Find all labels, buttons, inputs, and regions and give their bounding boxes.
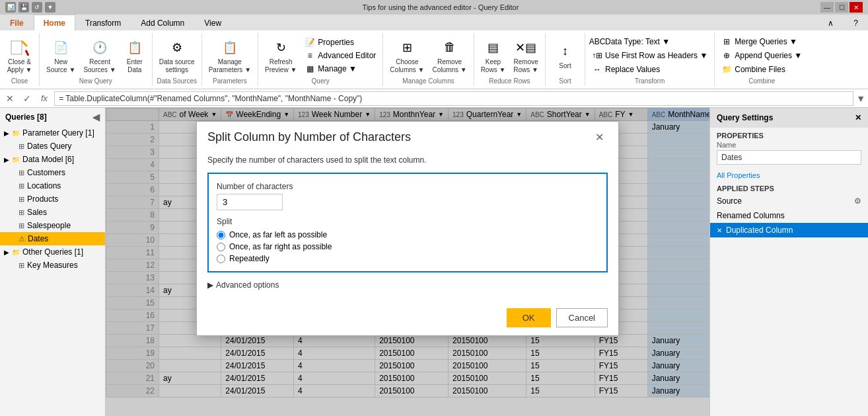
undo-icon[interactable]: ↺ bbox=[32, 2, 42, 13]
group-parameter-query[interactable]: ▶ 📁 Parameter Query [1] bbox=[0, 126, 105, 140]
ribbon-group-transform: ABC Data Type: Text ▼ ↑⊞ Use First Row a… bbox=[585, 33, 715, 86]
formula-input[interactable] bbox=[54, 91, 853, 106]
remove-rows-icon: ✕▤ bbox=[515, 37, 536, 58]
radio-option-left[interactable]: Once, as far left as possible bbox=[217, 230, 598, 239]
tab-add-column[interactable]: Add Column bbox=[131, 15, 194, 30]
query-settings-header: Query Settings ✕ bbox=[710, 108, 868, 128]
key-measures-label: Key Measures bbox=[27, 261, 78, 270]
data-grid-area: ABC of Week ▼ 📅 WeekEnding ▼ bbox=[106, 108, 709, 416]
recent-sources-label: RecentSources ▼ bbox=[83, 58, 116, 74]
sidebar-collapse-button[interactable]: ◀ bbox=[92, 112, 100, 122]
num-chars-input-row bbox=[217, 194, 598, 210]
num-chars-input[interactable] bbox=[217, 194, 283, 210]
ribbon-group-sort: ↕ Sort Sort bbox=[546, 33, 585, 86]
manage-icon: ▦ bbox=[305, 63, 315, 74]
dropdown-icon[interactable]: ▼ bbox=[45, 2, 55, 13]
append-queries-button[interactable]: ⊕ Append Queries ▼ bbox=[719, 50, 805, 62]
advanced-options-label: Advanced options bbox=[216, 280, 279, 290]
step-source[interactable]: Source ⚙ bbox=[710, 194, 868, 208]
close-button[interactable]: ✕ bbox=[850, 2, 863, 13]
radio-left-input[interactable] bbox=[217, 231, 225, 239]
radio-option-right[interactable]: Once, as far right as possible bbox=[217, 242, 598, 251]
svg-rect-0 bbox=[11, 41, 22, 54]
ribbon-help[interactable]: ? bbox=[844, 15, 868, 30]
enter-data-button[interactable]: 📋 EnterData bbox=[122, 36, 148, 75]
table-icon: ⊞ bbox=[18, 261, 24, 270]
group-data-model[interactable]: ▶ 📁 Data Model [6] bbox=[0, 153, 105, 166]
group-other-queries[interactable]: ▶ 📁 Other Queries [1] bbox=[0, 245, 105, 259]
merge-label: Merge Queries ▼ bbox=[735, 37, 797, 46]
step-duplicated-column[interactable]: ✕ Duplicated Column bbox=[710, 223, 868, 237]
sort-button[interactable]: ↕ Sort bbox=[552, 40, 579, 71]
group-arrow-icon: ▶ bbox=[4, 156, 9, 163]
close-apply-label: Close &Apply ▼ bbox=[7, 58, 32, 74]
manage-parameters-button[interactable]: 📋 ManageParameters ▼ bbox=[206, 36, 254, 75]
ok-button[interactable]: OK bbox=[507, 308, 551, 327]
keep-rows-button[interactable]: ▤ KeepRows ▼ bbox=[478, 36, 509, 75]
sidebar-item-products[interactable]: ⊞ Products bbox=[0, 192, 105, 206]
sidebar-item-customers[interactable]: ⊞ Customers bbox=[0, 166, 105, 179]
combine-label: Combine Files bbox=[735, 65, 785, 74]
keep-rows-label: KeepRows ▼ bbox=[481, 58, 506, 74]
remove-columns-button[interactable]: 🗑 RemoveColumns ▼ bbox=[430, 36, 470, 75]
keep-rows-icon: ▤ bbox=[482, 37, 503, 58]
sidebar-item-key-measures[interactable]: ⊞ Key Measures bbox=[0, 259, 105, 272]
advanced-editor-label: Advanced Editor bbox=[318, 51, 376, 60]
manage-button[interactable]: ▦ Manage ▼ bbox=[302, 63, 379, 75]
sidebar-item-dates[interactable]: ⚠ Dates bbox=[0, 232, 105, 245]
radio-group: Once, as far left as possible Once, as f… bbox=[217, 230, 598, 263]
tab-home[interactable]: Home bbox=[34, 15, 75, 30]
advanced-editor-button[interactable]: ≡ Advanced Editor bbox=[302, 50, 379, 62]
data-type-icon: ABC bbox=[592, 36, 602, 47]
sidebar-item-salespeople[interactable]: ⊞ Salespeople bbox=[0, 219, 105, 232]
first-row-headers-button[interactable]: ↑⊞ Use First Row as Headers ▼ bbox=[589, 50, 710, 62]
properties-button[interactable]: 📝 Properties bbox=[302, 36, 379, 48]
refresh-preview-button[interactable]: ↻ RefreshPreview ▼ bbox=[262, 36, 299, 75]
step-renamed-columns[interactable]: Renamed Columns bbox=[710, 208, 868, 223]
group-combine-label: Combine bbox=[748, 77, 775, 85]
dialog-close-button[interactable]: ✕ bbox=[591, 130, 608, 145]
all-properties-link[interactable]: All Properties bbox=[710, 170, 868, 181]
replace-values-button[interactable]: ↔ Replace Values bbox=[589, 63, 710, 75]
minimize-button[interactable]: — bbox=[820, 2, 834, 13]
group-manage-cols-label: Manage Columns bbox=[402, 77, 454, 85]
step-source-gear[interactable]: ⚙ bbox=[854, 196, 861, 206]
group-transform-label: Transform bbox=[635, 77, 665, 85]
tab-view[interactable]: View bbox=[194, 15, 231, 30]
quick-save-icon[interactable]: 💾 bbox=[18, 2, 29, 13]
tab-file[interactable]: File bbox=[0, 15, 34, 30]
radio-right-input[interactable] bbox=[217, 243, 225, 251]
formula-confirm-button[interactable]: ✓ bbox=[20, 91, 34, 106]
combine-icon: 📁 bbox=[721, 64, 732, 75]
close-apply-button[interactable]: Close &Apply ▼ bbox=[5, 36, 35, 75]
radio-repeatedly-input[interactable] bbox=[217, 255, 225, 263]
advanced-options-toggle[interactable]: ▶ Advanced options bbox=[207, 280, 608, 290]
table-icon: ⊞ bbox=[18, 169, 24, 177]
new-source-button[interactable]: 📄 NewSource ▼ bbox=[44, 36, 78, 75]
advanced-options-arrow: ▶ bbox=[207, 280, 213, 290]
formula-expand-button[interactable]: ▼ bbox=[856, 93, 865, 104]
append-icon: ⊕ bbox=[721, 50, 732, 61]
choose-columns-button[interactable]: ⊞ ChooseColumns ▼ bbox=[387, 36, 427, 75]
cancel-button[interactable]: Cancel bbox=[556, 308, 608, 327]
sidebar-item-sales[interactable]: ⊞ Sales bbox=[0, 206, 105, 219]
sidebar-item-dates-query[interactable]: ⊞ Dates Query bbox=[0, 140, 105, 153]
ribbon-collapse[interactable]: ∧ bbox=[818, 15, 844, 30]
new-source-label: NewSource ▼ bbox=[46, 58, 75, 74]
formula-cancel-button[interactable]: ✕ bbox=[3, 91, 17, 106]
data-source-settings-button[interactable]: ⚙ Data sourcesettings bbox=[157, 36, 198, 75]
recent-sources-button[interactable]: 🕐 RecentSources ▼ bbox=[81, 36, 118, 75]
window-title: Tips for using the advanced editor - Que… bbox=[61, 3, 820, 11]
data-type-button[interactable]: ABC Data Type: Text ▼ bbox=[589, 36, 710, 48]
query-settings-close-button[interactable]: ✕ bbox=[855, 113, 861, 122]
ribbon-group-close: Close &Apply ▼ Close bbox=[0, 33, 40, 86]
step-x-icon[interactable]: ✕ bbox=[717, 227, 722, 234]
sidebar-item-locations[interactable]: ⊞ Locations bbox=[0, 179, 105, 192]
maximize-button[interactable]: ☐ bbox=[835, 2, 848, 13]
tab-transform[interactable]: Transform bbox=[75, 15, 131, 30]
merge-queries-button[interactable]: ⊞ Merge Queries ▼ bbox=[719, 36, 805, 48]
combine-files-button[interactable]: 📁 Combine Files bbox=[719, 63, 805, 75]
remove-rows-button[interactable]: ✕▤ RemoveRows ▼ bbox=[511, 36, 541, 75]
folder-icon: 📁 bbox=[12, 249, 20, 256]
radio-option-repeatedly[interactable]: Repeatedly bbox=[217, 254, 598, 263]
